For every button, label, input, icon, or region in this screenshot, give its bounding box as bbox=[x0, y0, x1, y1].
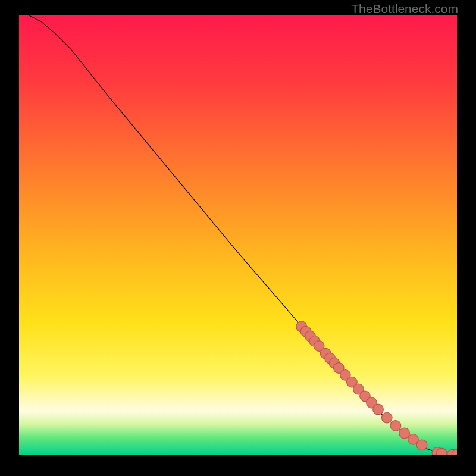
data-point bbox=[381, 412, 392, 423]
watermark-text: TheBottleneck.com bbox=[351, 2, 458, 16]
chart-svg bbox=[19, 15, 457, 455]
gradient-background bbox=[19, 15, 457, 455]
data-point bbox=[373, 404, 384, 415]
data-point bbox=[416, 440, 427, 450]
chart-stage: TheBottleneck.com bbox=[0, 0, 476, 476]
data-point bbox=[399, 428, 410, 439]
data-point bbox=[390, 421, 401, 431]
plot-area bbox=[19, 15, 457, 455]
